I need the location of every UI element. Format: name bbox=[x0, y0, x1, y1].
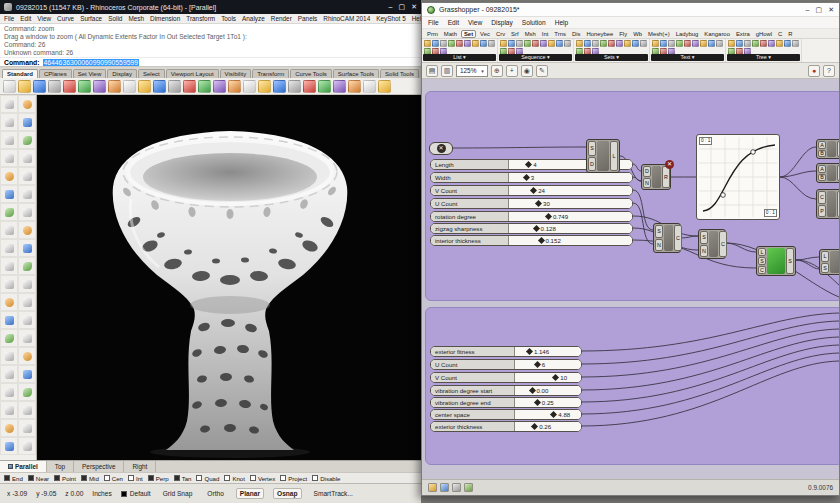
component-icon[interactable] bbox=[616, 40, 623, 47]
osnap-quad[interactable]: Quad bbox=[196, 475, 219, 482]
grasshopper-canvas[interactable]: ✕ Length4 Width3 V Count24 U Count30 rot… bbox=[422, 79, 839, 479]
slider-vibration-degree-start[interactable]: vibration degree start0.00 bbox=[430, 385, 582, 396]
toolbar-icon[interactable] bbox=[48, 80, 61, 93]
input-port[interactable]: S bbox=[655, 225, 663, 238]
gh-component-list-item[interactable]: LSC S bbox=[756, 246, 796, 276]
zoom-extents-icon[interactable]: ⊕ bbox=[491, 65, 503, 77]
gh-tab-kangaroo[interactable]: Kangaroo bbox=[702, 31, 732, 37]
sidebar-icon[interactable] bbox=[18, 437, 36, 455]
component-icon[interactable] bbox=[600, 40, 607, 47]
checkbox[interactable] bbox=[224, 475, 230, 481]
osnap-end[interactable]: End bbox=[4, 475, 23, 482]
sidebar-icon[interactable] bbox=[0, 383, 18, 401]
component-icon[interactable] bbox=[728, 40, 735, 47]
slider-grip[interactable] bbox=[523, 174, 530, 181]
gh-component-snc-1[interactable]: SN C bbox=[653, 223, 681, 253]
component-icon[interactable] bbox=[540, 40, 547, 47]
menu-panels[interactable]: Panels bbox=[298, 15, 318, 22]
component-icon[interactable] bbox=[480, 40, 487, 47]
toolbar-tab-viewport-layout[interactable]: Viewport Layout bbox=[166, 69, 219, 78]
component-icon[interactable] bbox=[708, 40, 715, 47]
checkbox[interactable] bbox=[250, 475, 256, 481]
sidebar-icon[interactable] bbox=[0, 185, 18, 203]
gh-component-cpt[interactable]: CP T bbox=[816, 189, 839, 219]
checkbox[interactable] bbox=[148, 475, 154, 481]
component-icon[interactable] bbox=[592, 40, 599, 47]
component-icon[interactable] bbox=[744, 40, 751, 47]
component-icon[interactable] bbox=[668, 40, 675, 47]
input-port[interactable]: B bbox=[818, 174, 826, 182]
gh-tab-r[interactable]: R bbox=[786, 31, 794, 37]
input-port[interactable]: P bbox=[818, 205, 826, 218]
toolbar-icon[interactable] bbox=[363, 80, 376, 93]
gh-tab-prm[interactable]: Prm bbox=[425, 31, 440, 37]
sidebar-icon[interactable] bbox=[0, 221, 18, 239]
gh-tab-wb[interactable]: Wb bbox=[631, 31, 644, 37]
maximize-icon[interactable]: ▢ bbox=[399, 3, 406, 11]
component-icon[interactable] bbox=[472, 40, 479, 47]
units[interactable]: Inches bbox=[92, 490, 111, 497]
output-port[interactable]: L bbox=[610, 141, 618, 171]
sidebar-icon[interactable] bbox=[0, 401, 18, 419]
slider-track[interactable]: 0.128 bbox=[509, 224, 632, 233]
sidebar-icon[interactable] bbox=[18, 257, 36, 275]
menu-render[interactable]: Render bbox=[271, 15, 292, 22]
sidebar-icon[interactable] bbox=[0, 257, 18, 275]
checkbox[interactable] bbox=[81, 475, 87, 481]
toolbar-tab-cplanes[interactable]: CPlanes bbox=[39, 69, 72, 78]
osnap-cen[interactable]: Cen bbox=[104, 475, 123, 482]
toolbar-icon[interactable] bbox=[123, 80, 136, 93]
component-icon[interactable] bbox=[440, 40, 447, 47]
slider-track[interactable]: 0.25 bbox=[515, 398, 581, 407]
boolean-toggle[interactable]: ✕ bbox=[429, 142, 453, 155]
sidebar-icon[interactable] bbox=[0, 437, 18, 455]
toolbar-tab-setview[interactable]: Set View bbox=[73, 69, 107, 78]
record-icon[interactable]: ● bbox=[808, 65, 820, 77]
component-icon[interactable] bbox=[676, 40, 683, 47]
component-icon[interactable] bbox=[548, 40, 555, 47]
sidebar-icon[interactable] bbox=[18, 383, 36, 401]
sidebar-icon[interactable] bbox=[18, 275, 36, 293]
slider-track[interactable]: 30 bbox=[509, 199, 632, 208]
gh-tab-int[interactable]: Int bbox=[540, 31, 551, 37]
gh-menu-display[interactable]: Display bbox=[491, 19, 513, 26]
sidebar-icon[interactable] bbox=[0, 95, 18, 113]
slider-grip[interactable] bbox=[550, 411, 557, 418]
menu-transform[interactable]: Transform bbox=[186, 15, 215, 22]
toolbar-icon[interactable] bbox=[78, 80, 91, 93]
maximize-icon[interactable]: ▢ bbox=[816, 6, 823, 14]
osnap-mid[interactable]: Mid bbox=[81, 475, 99, 482]
toolbar-icon[interactable] bbox=[273, 80, 286, 93]
menu-mesh[interactable]: Mesh bbox=[128, 15, 144, 22]
checkbox[interactable] bbox=[104, 475, 110, 481]
toolbar-icon[interactable] bbox=[198, 80, 211, 93]
slider-track[interactable]: 0.749 bbox=[509, 212, 632, 221]
gh-component-dnr[interactable]: ✕ DN R bbox=[641, 164, 671, 190]
component-icon[interactable] bbox=[556, 40, 563, 47]
slider-exterior-fitness[interactable]: exterior fitness1.146 bbox=[430, 346, 582, 357]
gh-tab-honeybee[interactable]: Honeybee bbox=[584, 31, 615, 37]
toolbar-icon[interactable] bbox=[18, 80, 31, 93]
sidebar-icon[interactable] bbox=[0, 239, 18, 257]
component-icon[interactable] bbox=[768, 40, 775, 47]
component-icon[interactable] bbox=[448, 40, 455, 47]
slider-v-count-2[interactable]: V Count10 bbox=[430, 372, 582, 383]
sidebar-icon[interactable] bbox=[0, 293, 18, 311]
input-port[interactable]: D bbox=[643, 166, 651, 177]
palette-group-label[interactable]: Text bbox=[651, 54, 724, 61]
toolbar-tab-solid-tools[interactable]: Solid Tools bbox=[380, 69, 419, 78]
sidebar-icon[interactable] bbox=[18, 239, 36, 257]
toolbar-tab-select[interactable]: Select bbox=[138, 69, 165, 78]
open-document-icon[interactable]: ▥ bbox=[441, 65, 453, 77]
preview-eye-icon[interactable]: ◉ bbox=[521, 65, 533, 77]
gh-tab-c[interactable]: C bbox=[776, 31, 784, 37]
slider-grip[interactable] bbox=[534, 361, 541, 368]
toolbar-icon[interactable] bbox=[243, 80, 256, 93]
slider-v-count[interactable]: V Count24 bbox=[430, 185, 633, 196]
toolbar-icon[interactable] bbox=[318, 80, 331, 93]
close-icon[interactable]: ✕ bbox=[411, 3, 417, 11]
menu-solid[interactable]: Solid bbox=[108, 15, 122, 22]
slider-width[interactable]: Width3 bbox=[430, 172, 633, 183]
slider-track[interactable]: 24 bbox=[509, 186, 632, 195]
slider-grip[interactable] bbox=[526, 348, 533, 355]
